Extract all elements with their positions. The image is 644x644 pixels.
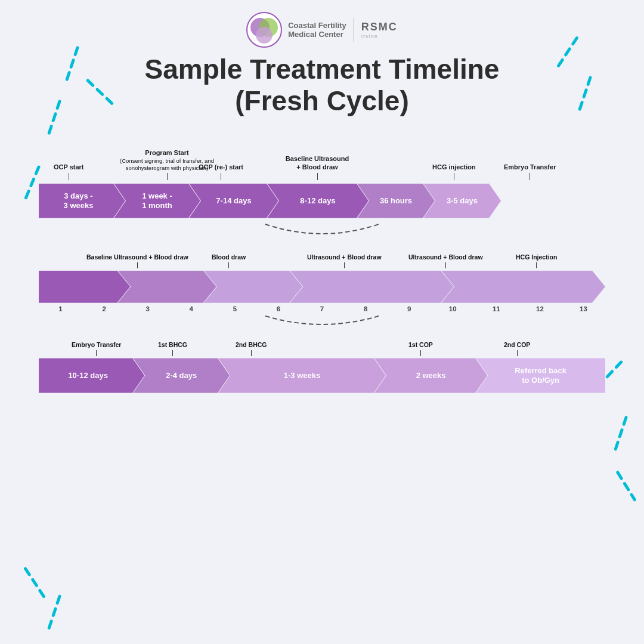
- label-embryo-transfer: Embryo Transfer: [504, 163, 556, 180]
- section1: OCP start Program Start (Consent signing…: [39, 130, 605, 218]
- section2-labels-area: Baseline Ultrasound + Blood draw Blood d…: [39, 235, 605, 271]
- label-ocp-start: OCP start: [54, 163, 84, 180]
- day-10: 10: [431, 305, 475, 312]
- logo-name-line2: Medical Center: [288, 30, 346, 39]
- section2: Baseline Ultrasound + Blood draw Blood d…: [39, 235, 605, 312]
- s2-label-hcg: HCG Injection: [516, 253, 557, 268]
- s3-label-cop2: 2nd COP: [504, 341, 530, 356]
- day-1: 1: [39, 305, 82, 312]
- day-8: 8: [344, 305, 388, 312]
- day-12: 12: [518, 305, 562, 312]
- section3-labels-area: Embryo Transfer 1st BHCG 2nd BHCG 1st CO…: [39, 326, 605, 358]
- s3-label-embryo: Embryo Transfer: [72, 341, 121, 356]
- arrow-3days-3weeks: 3 days -3 weeks: [39, 184, 125, 218]
- section3-arrows: 10-12 days 2-4 days 1-3 weeks 2 weeks Re…: [39, 358, 605, 393]
- day-2: 2: [82, 305, 126, 312]
- label-ocp-restart: OCP (re-) start: [199, 163, 243, 180]
- s3-label-bhcg1: 1st BHCG: [158, 341, 187, 356]
- section2-arrows: [39, 271, 605, 303]
- rsmc-sub-label: Irvine: [361, 33, 378, 39]
- arrow-1-3weeks: 1-3 weeks: [218, 358, 386, 393]
- logo-divider: [354, 18, 354, 42]
- logo-icon: [246, 12, 282, 48]
- section1-arrows: 3 days -3 weeks 1 week -1 month 7-14 day…: [39, 184, 605, 218]
- s2-label-us-blood2: Ultrasound + Blood draw: [408, 253, 483, 268]
- svg-line-10: [48, 596, 60, 632]
- day-11: 11: [475, 305, 518, 312]
- day-9: 9: [388, 305, 431, 312]
- s2-label-us-blood1: Ultrasound + Blood draw: [307, 253, 382, 268]
- arrow-10-12days: 10-12 days: [39, 358, 144, 393]
- dashed-bridge-1: [39, 223, 605, 235]
- arrow-36hours: 36 hours: [357, 184, 435, 218]
- day-7: 7: [300, 305, 343, 312]
- arrow-7-14days: 7-14 days: [189, 184, 278, 218]
- logo-name-line1: Coastal Fertility: [288, 21, 346, 30]
- arrow-1week-1month: 1 week -1 month: [114, 184, 200, 218]
- section1-labels-area: OCP start Program Start (Consent signing…: [39, 130, 605, 184]
- s3-label-bhcg2: 2nd BHCG: [236, 341, 267, 356]
- arrow-3-5days: 3-5 days: [423, 184, 501, 218]
- logo-area: Coastal Fertility Medical Center RSMC Ir…: [24, 12, 620, 48]
- svg-line-7: [614, 417, 626, 453]
- day-13: 13: [562, 305, 605, 312]
- arrow-referred: Referred backto Ob/Gyn: [476, 358, 605, 393]
- arrow-2weeks: 2 weeks: [374, 358, 487, 393]
- s2-label-baseline: Baseline Ultrasound + Blood draw: [86, 253, 188, 268]
- s3-label-cop1: 1st COP: [408, 341, 433, 356]
- logo-text: Coastal Fertility Medical Center: [288, 21, 346, 39]
- label-hcg: HCG injection: [432, 163, 476, 180]
- svg-line-9: [26, 565, 47, 603]
- dashed-bridge-2: [39, 315, 605, 326]
- sec2-arrow2: [117, 271, 216, 303]
- arrow-8-12days: 8-12 days: [267, 184, 369, 218]
- sec2-arrow1: [39, 271, 130, 303]
- svg-line-8: [618, 470, 634, 502]
- arrow-2-4days: 2-4 days: [133, 358, 230, 393]
- day-5: 5: [213, 305, 256, 312]
- sec2-arrow3: [204, 271, 302, 303]
- label-baseline-us: Baseline Ultrasound + Blood draw: [284, 155, 350, 180]
- sec2-arrow5: [441, 271, 605, 303]
- s2-label-blood-draw: Blood draw: [212, 253, 246, 268]
- section2-numbers: 1 2 3 4 5 6 7 8 9 10 11 12 13: [39, 305, 605, 312]
- logo-rsmc: RSMC Irvine: [361, 21, 398, 39]
- rsmc-label: RSMC: [361, 21, 398, 33]
- section3: Embryo Transfer 1st BHCG 2nd BHCG 1st CO…: [39, 326, 605, 393]
- day-6: 6: [256, 305, 300, 312]
- page-title: Sample Treatment Timeline(Fresh Cycle): [24, 54, 620, 117]
- timeline-layout: OCP start Program Start (Consent signing…: [24, 130, 620, 393]
- sec2-arrow4: [290, 271, 454, 303]
- day-3: 3: [126, 305, 169, 312]
- day-4: 4: [169, 305, 213, 312]
